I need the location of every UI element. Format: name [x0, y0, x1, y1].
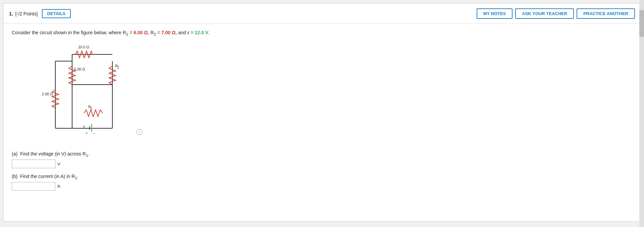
part-b-unit: A — [57, 184, 60, 189]
circuit-diagram: 10.0 Ω R 2 5.00 Ω R — [32, 41, 132, 138]
part-b-input[interactable] — [12, 182, 55, 191]
part-b-answer-row: A — [12, 182, 632, 191]
r-10-label: 10.0 Ω — [78, 45, 89, 49]
question-number: 1. [-/2 Points] — [9, 11, 38, 16]
part-a-question: (a) Find the voltage (in V) across R1. — [12, 151, 632, 157]
svg-text:1: 1 — [90, 106, 92, 110]
part-b: (b) Find the current (in A) in R1. A — [12, 174, 632, 191]
question-header: 1. [-/2 Points] DETAILS MY NOTES ASK YOU… — [4, 4, 640, 24]
problem-text: Consider the circuit shown in the figure… — [12, 29, 632, 37]
scrollbar-thumb[interactable] — [639, 10, 644, 37]
svg-text:2: 2 — [117, 65, 119, 69]
header-buttons: MY NOTES ASK YOUR TEACHER PRACTICE ANOTH… — [477, 8, 635, 19]
r-5-label: 5.00 Ω — [74, 67, 85, 71]
ask-teacher-button[interactable]: ASK YOUR TEACHER — [515, 8, 574, 19]
page-wrapper: 1. [-/2 Points] DETAILS MY NOTES ASK YOU… — [0, 0, 644, 227]
plus-label: + — [86, 131, 88, 135]
details-button[interactable]: DETAILS — [42, 9, 71, 18]
question-body: Consider the circuit shown in the figure… — [4, 24, 640, 199]
practice-another-button[interactable]: PRACTICE ANOTHER — [577, 8, 635, 19]
r-2-label: 2.00 Ω — [42, 92, 53, 96]
emf-label: ε — [83, 124, 85, 128]
part-a-input[interactable] — [12, 160, 55, 168]
my-notes-button[interactable]: MY NOTES — [477, 8, 513, 19]
circuit-svg: 10.0 Ω R 2 5.00 Ω R — [32, 41, 132, 138]
main-card: 1. [-/2 Points] DETAILS MY NOTES ASK YOU… — [3, 3, 641, 222]
minus-label: – — [93, 131, 95, 135]
part-a-unit: V — [57, 162, 60, 167]
question-title-area: 1. [-/2 Points] DETAILS — [9, 9, 71, 18]
info-icon[interactable]: i — [137, 129, 143, 135]
part-a: (a) Find the voltage (in V) across R1. V — [12, 151, 632, 168]
part-a-answer-row: V — [12, 160, 632, 168]
q-number: 1. — [9, 11, 13, 16]
scrollbar-track[interactable] — [639, 0, 644, 227]
q-points: [-/2 Points] — [15, 11, 38, 16]
part-b-question: (b) Find the current (in A) in R1. — [12, 174, 632, 180]
